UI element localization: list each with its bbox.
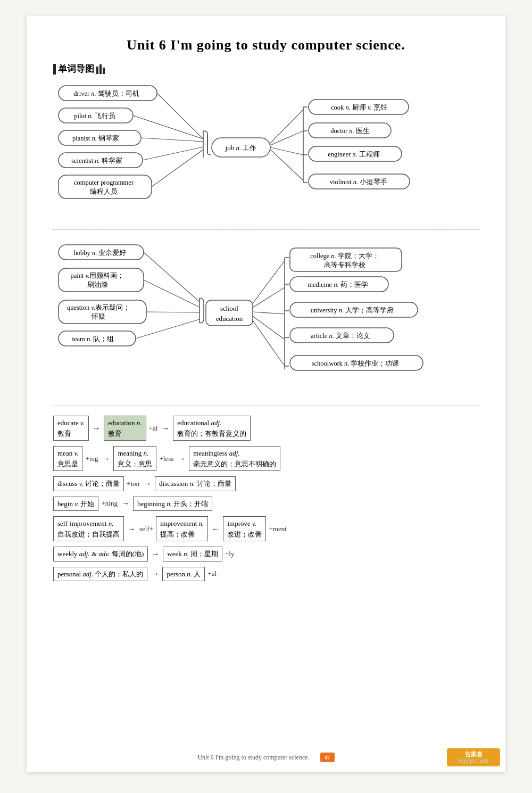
header-bar-left bbox=[53, 64, 56, 75]
box-educate: educate v.教育 bbox=[53, 416, 89, 441]
deriv-row-personal: personal adj. 个人的；私人的 → person n. 人 +al bbox=[53, 567, 479, 582]
svg-text:高等专科学校: 高等专科学校 bbox=[324, 261, 365, 269]
svg-text:scientist n. 科学家: scientist n. 科学家 bbox=[71, 156, 122, 164]
svg-line-54 bbox=[253, 261, 285, 303]
svg-line-12 bbox=[133, 115, 203, 139]
svg-text:article n. 文章；论文: article n. 文章；论文 bbox=[311, 332, 370, 340]
watermark-main: 告案卷 bbox=[465, 751, 483, 757]
page-title: Unit 6 I'm going to study computer scien… bbox=[53, 37, 479, 53]
mindmap-education-section: hobby n. 业余爱好 paint v.用颜料画； 刷油漆 question… bbox=[53, 230, 479, 406]
plus-ion: +ion bbox=[127, 480, 139, 488]
svg-line-48 bbox=[146, 312, 200, 312]
box-meaning: meaning n.意义；意思 bbox=[113, 446, 156, 471]
svg-line-13 bbox=[141, 138, 203, 142]
mindmap-job-section: driver n. 驾驶员；司机 pilot n. 飞行员 pianist n.… bbox=[53, 80, 479, 230]
bar-r2 bbox=[99, 64, 102, 74]
svg-text:school: school bbox=[220, 304, 238, 312]
svg-line-14 bbox=[143, 147, 203, 160]
footer: Unit 6 I'm going to study computer scien… bbox=[27, 753, 505, 762]
box-self-improvement: self-improvement n.自我改进；自我提高 bbox=[53, 516, 124, 541]
section-header: 单词导图 bbox=[53, 63, 479, 75]
box-person: person n. 人 bbox=[162, 567, 205, 582]
header-bars-right bbox=[96, 64, 105, 74]
deriv-row-educate: educate v.教育 → education n.教育 +al → educ… bbox=[53, 416, 479, 441]
box-weekly: weekly adj. & adv. 每周的(地) bbox=[53, 547, 148, 561]
mindmap-job-svg: driver n. 驾驶员；司机 pilot n. 飞行员 pianist n.… bbox=[53, 80, 479, 219]
watermark-url: MXQE.COM bbox=[450, 758, 497, 764]
svg-text:pilot n. 飞行员: pilot n. 飞行员 bbox=[74, 112, 115, 120]
plus-self: self+ bbox=[139, 525, 153, 533]
page-number: 47 bbox=[320, 753, 335, 762]
svg-text:cook n. 厨师 v. 烹饪: cook n. 厨师 v. 烹饪 bbox=[331, 103, 387, 111]
watermark: 告案卷 MXQE.COM bbox=[447, 748, 500, 766]
arrow-6: → bbox=[121, 499, 130, 508]
arrow-5: → bbox=[143, 479, 152, 489]
svg-text:question v.表示疑问；: question v.表示疑问； bbox=[67, 304, 130, 311]
svg-line-11 bbox=[157, 93, 203, 139]
deriv-row-weekly: weekly adj. & adv. 每周的(地) → week n. 周；星期… bbox=[53, 547, 479, 561]
svg-text:doctor n. 医生: doctor n. 医生 bbox=[330, 127, 370, 135]
svg-text:编程人员: 编程人员 bbox=[90, 188, 118, 195]
svg-text:team n. 队；组: team n. 队；组 bbox=[72, 335, 114, 343]
box-discuss: discuss v. 讨论；商量 bbox=[53, 476, 124, 491]
page: Unit 6 I'm going to study computer scien… bbox=[27, 16, 505, 772]
arrow-7: → bbox=[127, 524, 136, 534]
deriv-row-begin: begin v. 开始 +ning → beginning n. 开头；开端 bbox=[53, 497, 479, 511]
plus-al-1: +al bbox=[149, 424, 158, 433]
arrow-1: → bbox=[92, 424, 101, 433]
box-personal: personal adj. 个人的；私人的 bbox=[53, 567, 147, 582]
svg-text:job n. 工作: job n. 工作 bbox=[225, 144, 257, 152]
svg-text:engineer n. 工程师: engineer n. 工程师 bbox=[328, 151, 380, 158]
box-education: education n.教育 bbox=[104, 416, 146, 441]
svg-text:driver n. 驾驶员；司机: driver n. 驾驶员；司机 bbox=[73, 90, 139, 97]
box-beginning: beginning n. 开头；开端 bbox=[133, 497, 212, 511]
plus-ing: +ing bbox=[85, 455, 98, 463]
svg-text:computer programmer: computer programmer bbox=[74, 179, 134, 186]
bar-r1 bbox=[96, 67, 98, 74]
svg-text:hobby n. 业余爱好: hobby n. 业余爱好 bbox=[74, 249, 127, 257]
svg-text:education: education bbox=[216, 315, 243, 323]
svg-line-47 bbox=[144, 280, 200, 307]
svg-line-46 bbox=[144, 252, 200, 302]
svg-text:刷油漆: 刷油漆 bbox=[87, 281, 108, 288]
derivation-section: educate v.教育 → education n.教育 +al → educ… bbox=[53, 406, 479, 581]
deriv-row-improve: self-improvement n.自我改进；自我提高 → self+ imp… bbox=[53, 516, 479, 541]
box-meaningless: meaningless adj.毫无意义的；意思不明确的 bbox=[189, 446, 280, 471]
svg-text:college n. 学院；大学；: college n. 学院；大学； bbox=[310, 252, 379, 260]
arrow-9: → bbox=[151, 549, 160, 559]
svg-line-22 bbox=[270, 150, 303, 180]
box-educational: educational adj.教育的；有教育意义的 bbox=[173, 416, 251, 441]
svg-text:violinist n. 小提琴手: violinist n. 小提琴手 bbox=[330, 178, 388, 186]
svg-text:schoolwork n. 学校作业；功课: schoolwork n. 学校作业；功课 bbox=[312, 360, 400, 367]
svg-text:university n. 大学；高等学府: university n. 大学；高等学府 bbox=[311, 306, 394, 314]
plus-less: +less bbox=[159, 455, 173, 463]
svg-line-56 bbox=[253, 312, 285, 314]
footer-text: Unit 6 I'm going to study computer scien… bbox=[197, 754, 309, 762]
box-mean: mean v.意思是 bbox=[53, 446, 82, 471]
box-improvement: improvement n.提高；改善 bbox=[156, 516, 208, 541]
svg-line-49 bbox=[136, 319, 200, 338]
svg-text:怀疑: 怀疑 bbox=[91, 313, 105, 320]
deriv-row-mean: mean v.意思是 +ing → meaning n.意义；意思 +less … bbox=[53, 446, 479, 471]
arrow-10: → bbox=[151, 569, 159, 579]
arrow-2: → bbox=[161, 424, 170, 433]
arrow-3: → bbox=[102, 454, 110, 464]
box-week: week n. 周；星期 bbox=[163, 547, 222, 561]
plus-al-2: +al bbox=[207, 569, 217, 578]
svg-text:pianist n. 钢琴家: pianist n. 钢琴家 bbox=[72, 134, 119, 142]
box-begin: begin v. 开始 bbox=[53, 497, 98, 511]
box-discussion: discussion n. 讨论；商量 bbox=[155, 476, 235, 491]
section-header-text: 单词导图 bbox=[58, 63, 94, 75]
mindmap-education-svg: hobby n. 业余爱好 paint v.用颜料画； 刷油漆 question… bbox=[53, 241, 479, 395]
arrow-8: ← bbox=[211, 524, 220, 534]
box-improve: improve v.改进；改善 bbox=[223, 516, 266, 541]
plus-ment: +ment bbox=[269, 525, 286, 533]
deriv-row-discuss: discuss v. 讨论；商量 +ion → discussion n. 讨论… bbox=[53, 476, 479, 491]
bar-r3 bbox=[103, 68, 105, 74]
svg-line-58 bbox=[253, 320, 285, 366]
svg-text:medicine n. 药；医学: medicine n. 药；医学 bbox=[307, 281, 368, 288]
svg-line-57 bbox=[253, 316, 285, 340]
arrow-4: → bbox=[177, 454, 186, 464]
svg-text:paint v.用颜料画；: paint v.用颜料画； bbox=[71, 272, 124, 279]
plus-ly: +ly bbox=[225, 550, 234, 558]
